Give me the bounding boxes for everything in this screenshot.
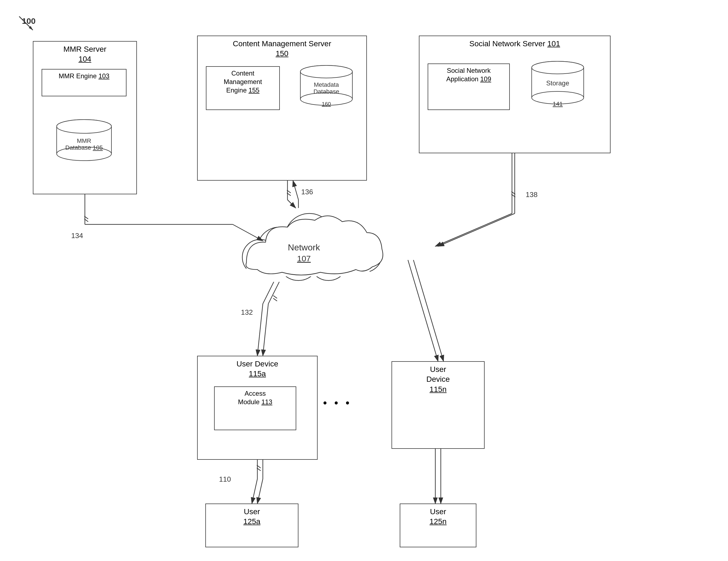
svg-line-65 [257, 479, 263, 503]
svg-line-55 [268, 282, 279, 304]
svg-point-5 [57, 120, 111, 133]
svg-text:Storage: Storage [546, 79, 569, 87]
mmr-engine-id: 103 [99, 72, 110, 80]
cms-engine-box: ContentManagementEngine 155 [206, 66, 280, 110]
svg-line-57 [273, 295, 277, 298]
svg-line-61 [413, 260, 444, 361]
svg-text:132: 132 [241, 308, 253, 316]
user-device-n-box: UserDevice115n [392, 361, 485, 449]
svg-line-43 [287, 190, 291, 193]
mmr-server-id: 104 [79, 55, 91, 63]
ellipsis-label: • • • [323, 397, 352, 409]
access-module-label: AccessModule 113 [215, 387, 296, 408]
user-device-a-box: User Device115a AccessModule 113 [197, 356, 318, 460]
cms-title: Content Management Server150 [198, 36, 366, 59]
user-a-id: 125a [243, 517, 260, 526]
access-module-box: AccessModule 113 [214, 386, 296, 430]
svg-line-44 [287, 193, 291, 196]
svg-line-42 [293, 181, 298, 200]
user-a-label: User125a [206, 504, 298, 527]
mmr-engine-label: MMR Engine 103 [42, 70, 126, 82]
svg-text:160: 160 [322, 101, 331, 107]
svg-line-66 [257, 465, 261, 468]
user-n-box: User125n [400, 503, 476, 547]
svg-text:141: 141 [553, 100, 563, 107]
user-a-box: User125a [205, 503, 298, 547]
sna-label: Social NetworkApplication 109 [428, 64, 509, 85]
svg-text:Network: Network [288, 243, 320, 252]
cms-engine-id: 155 [249, 87, 260, 94]
mmr-db-cylinder: MMR Database 105 [40, 118, 128, 168]
user-device-a-id: 115a [249, 369, 266, 378]
user-device-a-title: User Device115a [198, 356, 317, 379]
sns-id: 101 [547, 39, 560, 48]
mmr-engine-box: MMR Engine 103 [42, 69, 126, 96]
metadata-db-cylinder: Metadata Database 160 [292, 64, 361, 113]
svg-line-47 [438, 214, 515, 246]
svg-line-50 [511, 192, 515, 194]
svg-line-67 [257, 468, 261, 471]
svg-text:Database: Database [313, 88, 339, 95]
access-module-id: 113 [261, 398, 272, 405]
svg-text:136: 136 [301, 188, 313, 196]
sns-title: Social Network Server 101 [419, 36, 610, 49]
svg-text:134: 134 [71, 232, 83, 240]
svg-line-54 [257, 304, 263, 356]
cms-engine-label: ContentManagementEngine 155 [206, 67, 279, 97]
svg-point-11 [300, 65, 352, 78]
network-cloud: Network 107 [225, 200, 416, 282]
sna-box: Social NetworkApplication 109 [428, 64, 510, 110]
svg-line-63 [252, 479, 257, 503]
svg-text:107: 107 [297, 254, 311, 263]
user-n-id: 125n [430, 517, 447, 526]
svg-line-58 [273, 298, 277, 301]
svg-text:Metadata: Metadata [314, 81, 339, 88]
user-n-label: User125n [400, 504, 476, 527]
svg-line-37 [84, 219, 88, 222]
svg-line-36 [84, 216, 88, 219]
storage-cylinder: Storage 141 [526, 59, 589, 114]
mmr-server-box: MMR Server104 MMR Engine 103 MMR Databas… [33, 41, 137, 194]
svg-line-56 [263, 304, 268, 356]
user-device-n-id: 115n [430, 385, 447, 393]
svg-line-51 [511, 194, 515, 197]
svg-text:Database 105: Database 105 [65, 144, 103, 151]
svg-text:138: 138 [526, 191, 537, 199]
fig-arrow-icon [16, 14, 38, 36]
cms-id: 150 [276, 49, 289, 58]
mmr-server-title: MMR Server104 [33, 42, 136, 64]
svg-text:110: 110 [219, 475, 231, 483]
user-device-n-title: UserDevice115n [392, 362, 484, 394]
cms-box: Content Management Server150 ContentMana… [197, 36, 367, 181]
sns-box: Social Network Server 101 Social Network… [419, 36, 611, 153]
diagram: 100 MMR Server104 MMR Engine 103 MMR Dat… [0, 0, 728, 561]
svg-line-53 [263, 282, 274, 304]
svg-point-18 [532, 61, 584, 74]
svg-text:MMR: MMR [77, 137, 91, 144]
svg-line-49 [435, 214, 512, 246]
sna-id: 109 [480, 75, 491, 83]
